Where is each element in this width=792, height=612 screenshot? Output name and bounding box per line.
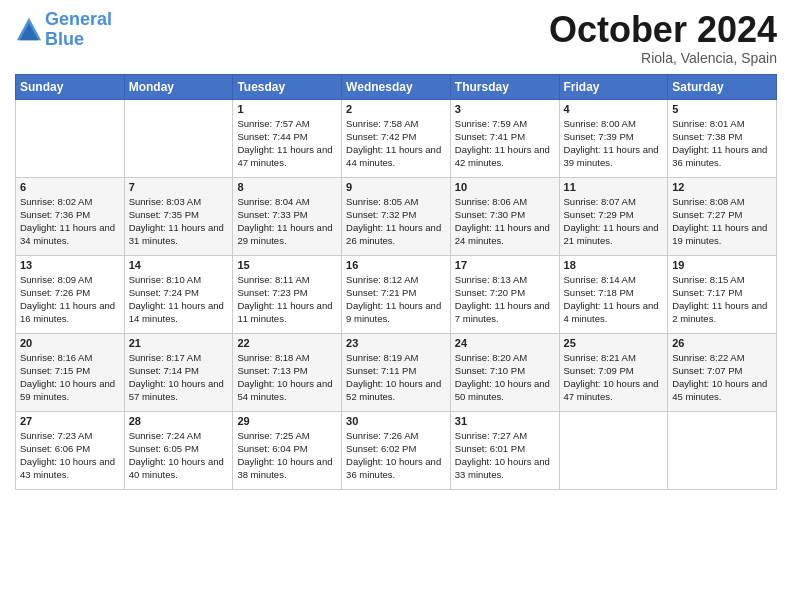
day-number: 14 (129, 259, 229, 271)
day-info: Sunrise: 8:11 AM Sunset: 7:23 PM Dayligh… (237, 273, 337, 326)
location-subtitle: Riola, Valencia, Spain (549, 50, 777, 66)
day-info: Sunrise: 8:13 AM Sunset: 7:20 PM Dayligh… (455, 273, 555, 326)
calendar-cell: 3Sunrise: 7:59 AM Sunset: 7:41 PM Daylig… (450, 99, 559, 177)
day-info: Sunrise: 8:05 AM Sunset: 7:32 PM Dayligh… (346, 195, 446, 248)
calendar-cell: 19Sunrise: 8:15 AM Sunset: 7:17 PM Dayli… (668, 255, 777, 333)
day-info: Sunrise: 8:12 AM Sunset: 7:21 PM Dayligh… (346, 273, 446, 326)
logo-blue: Blue (45, 29, 84, 49)
day-info: Sunrise: 7:24 AM Sunset: 6:05 PM Dayligh… (129, 429, 229, 482)
day-number: 15 (237, 259, 337, 271)
day-info: Sunrise: 8:10 AM Sunset: 7:24 PM Dayligh… (129, 273, 229, 326)
day-info: Sunrise: 7:27 AM Sunset: 6:01 PM Dayligh… (455, 429, 555, 482)
calendar-cell: 18Sunrise: 8:14 AM Sunset: 7:18 PM Dayli… (559, 255, 668, 333)
col-header-friday: Friday (559, 74, 668, 99)
day-number: 12 (672, 181, 772, 193)
calendar-cell: 12Sunrise: 8:08 AM Sunset: 7:27 PM Dayli… (668, 177, 777, 255)
day-number: 29 (237, 415, 337, 427)
calendar-cell: 30Sunrise: 7:26 AM Sunset: 6:02 PM Dayli… (342, 411, 451, 489)
day-number: 9 (346, 181, 446, 193)
day-info: Sunrise: 8:16 AM Sunset: 7:15 PM Dayligh… (20, 351, 120, 404)
day-number: 1 (237, 103, 337, 115)
day-number: 25 (564, 337, 664, 349)
calendar-cell: 11Sunrise: 8:07 AM Sunset: 7:29 PM Dayli… (559, 177, 668, 255)
day-info: Sunrise: 8:02 AM Sunset: 7:36 PM Dayligh… (20, 195, 120, 248)
day-info: Sunrise: 8:17 AM Sunset: 7:14 PM Dayligh… (129, 351, 229, 404)
day-number: 8 (237, 181, 337, 193)
calendar-cell: 1Sunrise: 7:57 AM Sunset: 7:44 PM Daylig… (233, 99, 342, 177)
day-info: Sunrise: 8:22 AM Sunset: 7:07 PM Dayligh… (672, 351, 772, 404)
calendar-cell: 27Sunrise: 7:23 AM Sunset: 6:06 PM Dayli… (16, 411, 125, 489)
calendar-cell: 9Sunrise: 8:05 AM Sunset: 7:32 PM Daylig… (342, 177, 451, 255)
calendar-cell: 7Sunrise: 8:03 AM Sunset: 7:35 PM Daylig… (124, 177, 233, 255)
logo-text: General Blue (45, 10, 112, 50)
day-info: Sunrise: 8:08 AM Sunset: 7:27 PM Dayligh… (672, 195, 772, 248)
day-info: Sunrise: 7:25 AM Sunset: 6:04 PM Dayligh… (237, 429, 337, 482)
day-number: 17 (455, 259, 555, 271)
calendar-cell: 14Sunrise: 8:10 AM Sunset: 7:24 PM Dayli… (124, 255, 233, 333)
day-info: Sunrise: 8:06 AM Sunset: 7:30 PM Dayligh… (455, 195, 555, 248)
day-info: Sunrise: 8:21 AM Sunset: 7:09 PM Dayligh… (564, 351, 664, 404)
calendar-cell: 26Sunrise: 8:22 AM Sunset: 7:07 PM Dayli… (668, 333, 777, 411)
header: General Blue October 2024 Riola, Valenci… (15, 10, 777, 66)
col-header-wednesday: Wednesday (342, 74, 451, 99)
calendar-cell: 21Sunrise: 8:17 AM Sunset: 7:14 PM Dayli… (124, 333, 233, 411)
day-number: 20 (20, 337, 120, 349)
day-info: Sunrise: 8:07 AM Sunset: 7:29 PM Dayligh… (564, 195, 664, 248)
day-info: Sunrise: 7:59 AM Sunset: 7:41 PM Dayligh… (455, 117, 555, 170)
day-number: 23 (346, 337, 446, 349)
day-number: 11 (564, 181, 664, 193)
calendar-cell: 28Sunrise: 7:24 AM Sunset: 6:05 PM Dayli… (124, 411, 233, 489)
col-header-monday: Monday (124, 74, 233, 99)
calendar-cell: 25Sunrise: 8:21 AM Sunset: 7:09 PM Dayli… (559, 333, 668, 411)
calendar-cell: 23Sunrise: 8:19 AM Sunset: 7:11 PM Dayli… (342, 333, 451, 411)
day-number: 28 (129, 415, 229, 427)
day-info: Sunrise: 7:57 AM Sunset: 7:44 PM Dayligh… (237, 117, 337, 170)
day-info: Sunrise: 8:04 AM Sunset: 7:33 PM Dayligh… (237, 195, 337, 248)
calendar-week-1: 6Sunrise: 8:02 AM Sunset: 7:36 PM Daylig… (16, 177, 777, 255)
day-number: 19 (672, 259, 772, 271)
calendar-cell: 16Sunrise: 8:12 AM Sunset: 7:21 PM Dayli… (342, 255, 451, 333)
day-info: Sunrise: 7:23 AM Sunset: 6:06 PM Dayligh… (20, 429, 120, 482)
day-info: Sunrise: 7:58 AM Sunset: 7:42 PM Dayligh… (346, 117, 446, 170)
day-info: Sunrise: 8:14 AM Sunset: 7:18 PM Dayligh… (564, 273, 664, 326)
calendar-cell: 2Sunrise: 7:58 AM Sunset: 7:42 PM Daylig… (342, 99, 451, 177)
calendar-week-3: 20Sunrise: 8:16 AM Sunset: 7:15 PM Dayli… (16, 333, 777, 411)
day-number: 5 (672, 103, 772, 115)
calendar-cell: 24Sunrise: 8:20 AM Sunset: 7:10 PM Dayli… (450, 333, 559, 411)
day-info: Sunrise: 8:18 AM Sunset: 7:13 PM Dayligh… (237, 351, 337, 404)
main-container: General Blue October 2024 Riola, Valenci… (0, 0, 792, 500)
day-info: Sunrise: 8:20 AM Sunset: 7:10 PM Dayligh… (455, 351, 555, 404)
col-header-thursday: Thursday (450, 74, 559, 99)
calendar-cell (559, 411, 668, 489)
logo-icon (15, 16, 43, 44)
day-number: 26 (672, 337, 772, 349)
calendar-cell (16, 99, 125, 177)
day-number: 2 (346, 103, 446, 115)
day-info: Sunrise: 8:15 AM Sunset: 7:17 PM Dayligh… (672, 273, 772, 326)
calendar-week-4: 27Sunrise: 7:23 AM Sunset: 6:06 PM Dayli… (16, 411, 777, 489)
title-block: October 2024 Riola, Valencia, Spain (549, 10, 777, 66)
col-header-sunday: Sunday (16, 74, 125, 99)
month-title: October 2024 (549, 10, 777, 50)
day-info: Sunrise: 8:01 AM Sunset: 7:38 PM Dayligh… (672, 117, 772, 170)
calendar-cell: 13Sunrise: 8:09 AM Sunset: 7:26 PM Dayli… (16, 255, 125, 333)
logo: General Blue (15, 10, 112, 50)
calendar-cell: 4Sunrise: 8:00 AM Sunset: 7:39 PM Daylig… (559, 99, 668, 177)
calendar-header-row: SundayMondayTuesdayWednesdayThursdayFrid… (16, 74, 777, 99)
calendar-cell (124, 99, 233, 177)
calendar-cell: 15Sunrise: 8:11 AM Sunset: 7:23 PM Dayli… (233, 255, 342, 333)
day-number: 22 (237, 337, 337, 349)
calendar-table: SundayMondayTuesdayWednesdayThursdayFrid… (15, 74, 777, 490)
calendar-cell: 20Sunrise: 8:16 AM Sunset: 7:15 PM Dayli… (16, 333, 125, 411)
day-number: 3 (455, 103, 555, 115)
calendar-cell: 8Sunrise: 8:04 AM Sunset: 7:33 PM Daylig… (233, 177, 342, 255)
day-number: 21 (129, 337, 229, 349)
col-header-saturday: Saturday (668, 74, 777, 99)
day-number: 6 (20, 181, 120, 193)
calendar-cell: 10Sunrise: 8:06 AM Sunset: 7:30 PM Dayli… (450, 177, 559, 255)
calendar-week-0: 1Sunrise: 7:57 AM Sunset: 7:44 PM Daylig… (16, 99, 777, 177)
day-number: 18 (564, 259, 664, 271)
day-number: 10 (455, 181, 555, 193)
calendar-cell: 6Sunrise: 8:02 AM Sunset: 7:36 PM Daylig… (16, 177, 125, 255)
calendar-cell (668, 411, 777, 489)
